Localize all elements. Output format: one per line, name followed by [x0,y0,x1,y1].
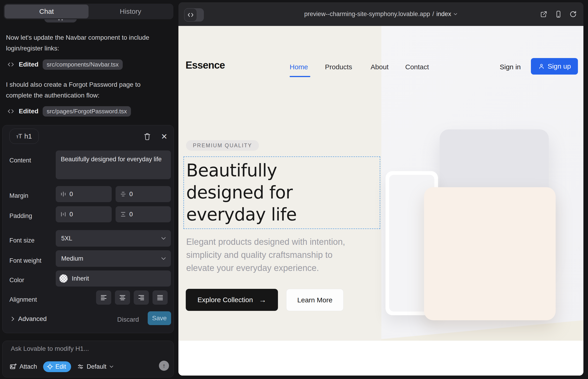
composer-toolbar: Attach Edit Default [9,361,168,373]
nav-link-contact[interactable]: Contact [405,63,429,71]
nav-link-home[interactable]: Home [290,63,308,71]
learn-more-button[interactable]: Learn More [286,289,343,311]
tab-history[interactable]: History [89,5,172,18]
close-panel-button[interactable]: ✕ [159,131,170,142]
chat-composer: Attach Edit Default ↑ [2,341,174,377]
element-editor-panel: тT h1 ✕ Content Beautifully designed for… [2,125,174,333]
padding-x-input[interactable]: 0 [56,206,112,222]
nav-link-products[interactable]: Products [325,63,352,71]
nav-link-about[interactable]: About [371,63,388,71]
color-label: Color [9,277,24,284]
advanced-toggle[interactable]: Advanced [11,315,47,323]
font-weight-select[interactable]: Medium [56,250,171,267]
hero-heading[interactable]: Beautifully designed for everyday life [186,159,296,225]
chevron-right-icon [11,316,15,322]
decorative-card-cream [424,187,556,320]
active-nav-underline [290,76,310,77]
code-icon [7,107,15,115]
color-select[interactable]: Inherit [56,270,171,286]
send-button[interactable]: ↑ [159,361,169,371]
arrow-right-icon: → [259,296,266,304]
edited-label: Edited [19,108,39,115]
font-weight-label: Font weight [9,257,42,264]
premium-quality-badge: PREMIUM QUALITY [186,140,259,151]
model-default-select[interactable]: Default [77,363,114,370]
assistant-message: Now let's update the Navbar component to… [6,32,164,54]
chevron-down-icon [161,237,166,240]
font-size-label: Font size [9,237,35,244]
open-external-button[interactable] [540,10,548,18]
text-type-icon: тT [16,133,22,140]
padding-label: Padding [9,212,32,220]
composer-input[interactable] [11,345,162,357]
explore-collection-button[interactable]: Explore Collection → [186,289,278,311]
edited-file-row: Edited src/components/Navbar.tsx [7,59,123,70]
tab-chat[interactable]: Chat [5,5,89,18]
chevron-down-icon [453,13,458,15]
preview-window: preview--charming-site-symphony.lovable.… [178,2,583,376]
element-tag: h1 [24,132,32,140]
chat-history-tabs: Chat History [4,4,173,19]
margin-y-input[interactable]: 0 [116,186,171,202]
crosshair-icon [47,363,53,370]
assistant-message: I should also create a Forgot Password p… [6,79,164,101]
sign-in-link[interactable]: Sign in [500,63,521,71]
content-label: Content [9,157,31,164]
mobile-view-button[interactable] [555,10,562,18]
site-brand[interactable]: Essence [186,59,225,71]
delete-element-button[interactable] [142,131,153,142]
chevron-down-icon [109,365,114,368]
sign-up-button[interactable]: Sign up [531,58,578,75]
next-section-background [178,341,583,376]
edited-file-chip[interactable]: src/components/Navbar.tsx [43,59,123,70]
user-icon [538,63,545,70]
topbar-actions [540,2,577,26]
element-tag-badge: тT h1 [9,129,39,144]
attach-image-icon [9,363,17,370]
align-left-button[interactable] [96,290,111,305]
align-justify-button[interactable] [153,290,168,305]
align-right-button[interactable] [134,290,149,305]
padding-vertical-icon [120,211,126,217]
chat-panel: Chat History Now let's update the Navbar… [0,0,178,379]
margin-horizontal-icon [60,191,66,197]
discard-button[interactable]: Discard [117,316,139,323]
edited-file-chip[interactable]: src/pages/ForgotPassword.tsx [43,106,131,117]
edited-file-row: Edited src/pages/ForgotPassword.tsx [7,106,131,117]
content-input[interactable]: Beautifully designed for everyday life [56,151,171,179]
color-swatch [59,274,68,283]
save-button[interactable]: Save [148,311,171,325]
chevron-down-icon [161,257,166,260]
site-canvas: Essence Home Products About Contact Sign… [178,26,583,376]
margin-vertical-icon [120,191,126,197]
alignment-label: Alignment [9,296,37,303]
attach-button[interactable]: Attach [9,363,37,370]
preview-url[interactable]: preview--charming-site-symphony.lovable.… [178,2,583,26]
hero-paragraph: Elegant products designed with intention… [186,235,345,275]
preview-topbar: preview--charming-site-symphony.lovable.… [178,2,583,26]
padding-horizontal-icon [60,211,66,217]
refresh-button[interactable] [569,10,577,18]
padding-y-input[interactable]: 0 [116,206,171,222]
align-center-button[interactable] [115,290,130,305]
sliders-icon [77,363,84,370]
margin-x-input[interactable]: 0 [56,186,112,202]
code-icon [7,61,15,68]
margin-label: Margin [9,192,29,199]
edit-mode-button[interactable]: Edit [43,361,71,372]
edited-label: Edited [19,61,39,68]
font-size-select[interactable]: 5XL [56,230,171,247]
lovable-app: Chat History Now let's update the Navbar… [0,0,588,379]
